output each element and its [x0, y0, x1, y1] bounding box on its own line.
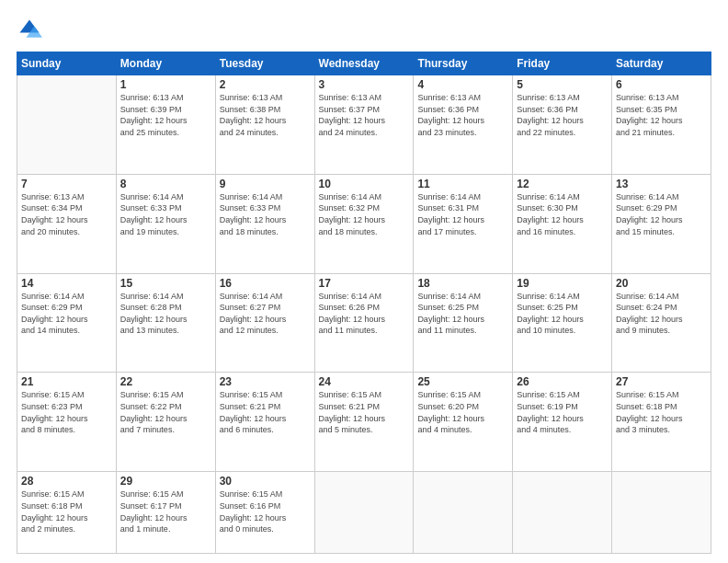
- cell-info: Sunrise: 6:15 AM Sunset: 6:21 PM Dayligh…: [319, 389, 410, 435]
- calendar-cell: 5Sunrise: 6:13 AM Sunset: 6:36 PM Daylig…: [513, 75, 612, 175]
- cell-info: Sunrise: 6:13 AM Sunset: 6:36 PM Dayligh…: [417, 92, 508, 138]
- day-header-tuesday: Tuesday: [215, 52, 314, 75]
- cell-info: Sunrise: 6:14 AM Sunset: 6:32 PM Dayligh…: [319, 191, 410, 237]
- cell-info: Sunrise: 6:14 AM Sunset: 6:26 PM Dayligh…: [319, 291, 410, 337]
- calendar-cell: 9Sunrise: 6:14 AM Sunset: 6:33 PM Daylig…: [215, 174, 314, 273]
- calendar-week-3: 14Sunrise: 6:14 AM Sunset: 6:29 PM Dayli…: [17, 273, 711, 373]
- calendar-cell: 17Sunrise: 6:14 AM Sunset: 6:26 PM Dayli…: [314, 273, 414, 373]
- date-number: 17: [319, 277, 410, 290]
- day-header-saturday: Saturday: [612, 52, 711, 75]
- date-number: 30: [220, 475, 311, 488]
- calendar-week-2: 7Sunrise: 6:13 AM Sunset: 6:34 PM Daylig…: [17, 174, 711, 273]
- calendar-cell: 6Sunrise: 6:13 AM Sunset: 6:35 PM Daylig…: [612, 75, 711, 175]
- date-number: 18: [417, 277, 508, 290]
- date-number: 8: [120, 178, 211, 190]
- calendar-cell: 15Sunrise: 6:14 AM Sunset: 6:28 PM Dayli…: [116, 273, 215, 373]
- cell-info: Sunrise: 6:14 AM Sunset: 6:30 PM Dayligh…: [517, 191, 608, 237]
- day-header-friday: Friday: [513, 52, 612, 75]
- calendar-cell: 29Sunrise: 6:15 AM Sunset: 6:17 PM Dayli…: [116, 472, 215, 554]
- calendar-cell: 8Sunrise: 6:14 AM Sunset: 6:33 PM Daylig…: [116, 174, 215, 273]
- cell-info: Sunrise: 6:14 AM Sunset: 6:29 PM Dayligh…: [21, 291, 112, 337]
- calendar-cell: 1Sunrise: 6:13 AM Sunset: 6:39 PM Daylig…: [116, 75, 215, 175]
- date-number: 10: [319, 178, 410, 190]
- cell-info: Sunrise: 6:14 AM Sunset: 6:25 PM Dayligh…: [417, 291, 508, 337]
- date-number: 13: [616, 178, 707, 190]
- date-number: 21: [21, 375, 112, 388]
- calendar-cell: 14Sunrise: 6:14 AM Sunset: 6:29 PM Dayli…: [17, 273, 117, 373]
- cell-info: Sunrise: 6:14 AM Sunset: 6:33 PM Dayligh…: [120, 191, 211, 237]
- date-number: 3: [319, 78, 410, 91]
- cell-info: Sunrise: 6:14 AM Sunset: 6:31 PM Dayligh…: [417, 191, 508, 237]
- cell-info: Sunrise: 6:14 AM Sunset: 6:29 PM Dayligh…: [616, 191, 707, 237]
- date-number: 29: [120, 475, 211, 488]
- calendar-cell: 2Sunrise: 6:13 AM Sunset: 6:38 PM Daylig…: [215, 75, 314, 175]
- cell-info: Sunrise: 6:14 AM Sunset: 6:28 PM Dayligh…: [120, 291, 211, 337]
- logo: [17, 17, 46, 42]
- date-number: 7: [21, 178, 112, 190]
- calendar-cell: 3Sunrise: 6:13 AM Sunset: 6:37 PM Daylig…: [314, 75, 414, 175]
- calendar-cell: [513, 472, 612, 554]
- calendar-cell: 20Sunrise: 6:14 AM Sunset: 6:24 PM Dayli…: [612, 273, 711, 373]
- cell-info: Sunrise: 6:15 AM Sunset: 6:19 PM Dayligh…: [517, 389, 608, 435]
- date-number: 27: [616, 375, 707, 388]
- date-number: 19: [517, 277, 608, 290]
- date-number: 4: [417, 78, 508, 91]
- calendar-cell: 12Sunrise: 6:14 AM Sunset: 6:30 PM Dayli…: [513, 174, 612, 273]
- calendar-cell: 18Sunrise: 6:14 AM Sunset: 6:25 PM Dayli…: [414, 273, 513, 373]
- cell-info: Sunrise: 6:14 AM Sunset: 6:24 PM Dayligh…: [616, 291, 707, 337]
- cell-info: Sunrise: 6:15 AM Sunset: 6:18 PM Dayligh…: [616, 389, 707, 435]
- page: SundayMondayTuesdayWednesdayThursdayFrid…: [0, 0, 728, 563]
- cell-info: Sunrise: 6:13 AM Sunset: 6:34 PM Dayligh…: [21, 191, 112, 237]
- calendar-cell: 30Sunrise: 6:15 AM Sunset: 6:16 PM Dayli…: [215, 472, 314, 554]
- date-number: 24: [319, 375, 410, 388]
- calendar-cell: [612, 472, 711, 554]
- calendar-cell: 25Sunrise: 6:15 AM Sunset: 6:20 PM Dayli…: [414, 373, 513, 472]
- date-number: 11: [417, 178, 508, 190]
- calendar-cell: 22Sunrise: 6:15 AM Sunset: 6:22 PM Dayli…: [116, 373, 215, 472]
- calendar-cell: 28Sunrise: 6:15 AM Sunset: 6:18 PM Dayli…: [17, 472, 117, 554]
- calendar-week-5: 28Sunrise: 6:15 AM Sunset: 6:18 PM Dayli…: [17, 472, 711, 554]
- date-number: 9: [220, 178, 311, 190]
- calendar-cell: [414, 472, 513, 554]
- cell-info: Sunrise: 6:13 AM Sunset: 6:39 PM Dayligh…: [120, 92, 211, 138]
- calendar-header-row: SundayMondayTuesdayWednesdayThursdayFrid…: [17, 52, 711, 75]
- date-number: 14: [21, 277, 112, 290]
- date-number: 25: [417, 375, 508, 388]
- date-number: 2: [220, 78, 311, 91]
- cell-info: Sunrise: 6:15 AM Sunset: 6:16 PM Dayligh…: [220, 488, 311, 534]
- calendar-cell: [314, 472, 414, 554]
- date-number: 5: [517, 78, 608, 91]
- cell-info: Sunrise: 6:13 AM Sunset: 6:36 PM Dayligh…: [517, 92, 608, 138]
- calendar-cell: 10Sunrise: 6:14 AM Sunset: 6:32 PM Dayli…: [314, 174, 414, 273]
- calendar-cell: 7Sunrise: 6:13 AM Sunset: 6:34 PM Daylig…: [17, 174, 117, 273]
- cell-info: Sunrise: 6:15 AM Sunset: 6:21 PM Dayligh…: [220, 389, 311, 435]
- date-number: 12: [517, 178, 608, 190]
- calendar-cell: 23Sunrise: 6:15 AM Sunset: 6:21 PM Dayli…: [215, 373, 314, 472]
- header: [17, 17, 711, 42]
- day-header-monday: Monday: [116, 52, 215, 75]
- date-number: 26: [517, 375, 608, 388]
- calendar-table: SundayMondayTuesdayWednesdayThursdayFrid…: [17, 52, 711, 554]
- day-header-thursday: Thursday: [414, 52, 513, 75]
- calendar-cell: 26Sunrise: 6:15 AM Sunset: 6:19 PM Dayli…: [513, 373, 612, 472]
- cell-info: Sunrise: 6:15 AM Sunset: 6:17 PM Dayligh…: [120, 488, 211, 534]
- date-number: 15: [120, 277, 211, 290]
- date-number: 28: [21, 475, 112, 488]
- cell-info: Sunrise: 6:13 AM Sunset: 6:35 PM Dayligh…: [616, 92, 707, 138]
- calendar-cell: 11Sunrise: 6:14 AM Sunset: 6:31 PM Dayli…: [414, 174, 513, 273]
- cell-info: Sunrise: 6:15 AM Sunset: 6:22 PM Dayligh…: [120, 389, 211, 435]
- cell-info: Sunrise: 6:15 AM Sunset: 6:18 PM Dayligh…: [21, 488, 112, 534]
- cell-info: Sunrise: 6:15 AM Sunset: 6:20 PM Dayligh…: [417, 389, 508, 435]
- logo-icon: [17, 17, 42, 42]
- calendar-cell: 24Sunrise: 6:15 AM Sunset: 6:21 PM Dayli…: [314, 373, 414, 472]
- cell-info: Sunrise: 6:13 AM Sunset: 6:38 PM Dayligh…: [220, 92, 311, 138]
- calendar-week-4: 21Sunrise: 6:15 AM Sunset: 6:23 PM Dayli…: [17, 373, 711, 472]
- date-number: 16: [220, 277, 311, 290]
- calendar-cell: 27Sunrise: 6:15 AM Sunset: 6:18 PM Dayli…: [612, 373, 711, 472]
- cell-info: Sunrise: 6:13 AM Sunset: 6:37 PM Dayligh…: [319, 92, 410, 138]
- cell-info: Sunrise: 6:14 AM Sunset: 6:27 PM Dayligh…: [220, 291, 311, 337]
- date-number: 22: [120, 375, 211, 388]
- date-number: 6: [616, 78, 707, 91]
- calendar-week-1: 1Sunrise: 6:13 AM Sunset: 6:39 PM Daylig…: [17, 75, 711, 175]
- cell-info: Sunrise: 6:14 AM Sunset: 6:33 PM Dayligh…: [220, 191, 311, 237]
